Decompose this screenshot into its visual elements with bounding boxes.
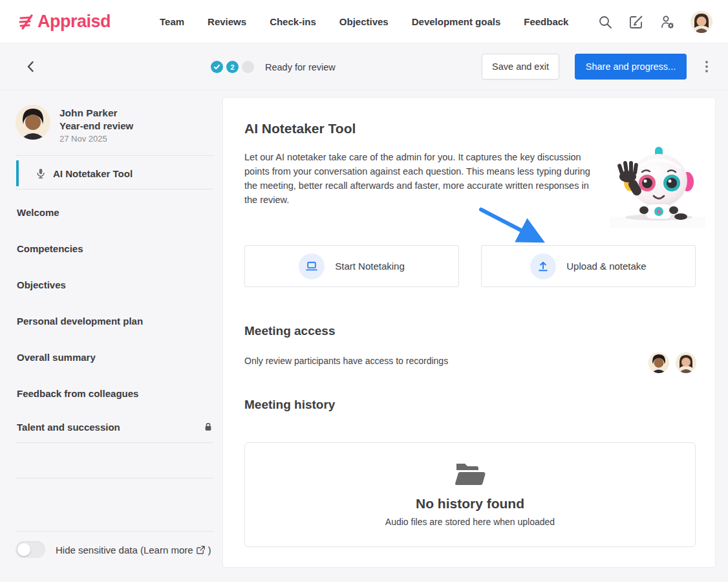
- more-options-icon[interactable]: [702, 59, 711, 74]
- toggle-label-text: Hide sensitive data (Learn more: [56, 544, 193, 555]
- app-screen: Appraisd Team Reviews Check-ins Objectiv…: [0, 0, 728, 582]
- nav-item-team[interactable]: Team: [160, 16, 184, 27]
- check-icon: [213, 63, 220, 70]
- sidebar-divider: [16, 478, 213, 479]
- open-folder-icon: [455, 462, 486, 487]
- sidebar-divider: [16, 531, 213, 532]
- user-settings-icon[interactable]: [659, 14, 675, 30]
- sidebar-item-label: Objectives: [17, 279, 66, 290]
- panel-title: AI Notetaker Tool: [244, 121, 356, 136]
- annotation-arrow: [476, 205, 549, 246]
- reviewee-avatar: [16, 105, 50, 140]
- review-toolbar: 2 Ready for review Save and exit Share a…: [0, 43, 728, 91]
- sidebar-item-personal-development-plan[interactable]: Personal development plan: [17, 314, 213, 328]
- reviewee-name: John Parker: [59, 107, 133, 120]
- progress-steps: 2 Ready for review: [211, 43, 336, 91]
- start-notetaking-label: Start Notetaking: [335, 261, 405, 272]
- appraisd-logo-icon: [18, 14, 35, 30]
- robot-mascot-image: [608, 144, 707, 228]
- reviewee-profile: John Parker Year-end review 27 Nov 2025: [16, 105, 133, 145]
- meeting-access-participants: [648, 352, 696, 373]
- review-type: Year-end review: [59, 120, 133, 133]
- nav-item-objectives[interactable]: Objectives: [339, 16, 389, 27]
- upload-icon: [530, 253, 556, 279]
- active-item-indicator: [16, 160, 19, 186]
- appraisd-logo[interactable]: Appraisd: [18, 0, 111, 43]
- review-date: 27 Nov 2025: [59, 133, 133, 145]
- ai-notetaker-panel: AI Notetaker Tool Let our AI notetaker t…: [222, 97, 716, 568]
- sidebar-item-objectives[interactable]: Objectives: [17, 277, 213, 292]
- step-3-todo[interactable]: [242, 61, 254, 73]
- meeting-access-title: Meeting access: [244, 324, 335, 338]
- nav-item-development-goals[interactable]: Development goals: [412, 16, 501, 27]
- sidebar-item-label: Feedback from colleagues: [17, 388, 138, 399]
- step-1-complete[interactable]: [211, 61, 223, 73]
- navbar-icon-group: [597, 0, 712, 43]
- sidebar-divider: [16, 442, 213, 443]
- brand-name: Appraisd: [37, 12, 111, 32]
- nav-item-feedback[interactable]: Feedback: [524, 16, 568, 27]
- meeting-history-empty-state: No history found Audio files are stored …: [244, 442, 696, 547]
- share-and-progress-button[interactable]: Share and progress...: [575, 54, 687, 80]
- sidebar-divider: [16, 189, 213, 189]
- sidebar-item-label: Welcome: [17, 207, 59, 218]
- save-and-exit-button[interactable]: Save and exit: [482, 54, 559, 80]
- sidebar-item-label: Talent and succession: [17, 422, 120, 433]
- laptop-icon: [299, 253, 325, 279]
- upload-and-notetake-button[interactable]: Upload & notetake: [481, 245, 696, 287]
- participant-avatar-john: [648, 352, 669, 373]
- lock-icon: [203, 422, 213, 432]
- step-2-current[interactable]: 2: [226, 61, 239, 73]
- review-status-label: Ready for review: [265, 62, 336, 72]
- primary-nav: Team Reviews Check-ins Objectives Develo…: [160, 0, 568, 43]
- search-icon[interactable]: [597, 14, 613, 30]
- back-chevron-icon[interactable]: [23, 59, 39, 74]
- sidebar-item-competencies[interactable]: Competencies: [17, 241, 213, 255]
- compose-icon[interactable]: [628, 14, 644, 30]
- top-navbar: Appraisd Team Reviews Check-ins Objectiv…: [0, 0, 728, 43]
- sidebar-item-label: Personal development plan: [17, 316, 143, 327]
- sidebar-item-welcome[interactable]: Welcome: [17, 205, 213, 219]
- participant-avatar-jenny: [676, 352, 696, 373]
- reviewee-texts: John Parker Year-end review 27 Nov 2025: [59, 105, 133, 145]
- panel-description: Let our AI notetaker take care of the ad…: [244, 150, 600, 207]
- hide-sensitive-data-label: Hide sensitive data (Learn more ): [56, 544, 211, 555]
- no-history-description: Audio files are stored here when uploade…: [385, 517, 555, 527]
- sidebar-item-overall-summary[interactable]: Overall summary: [17, 350, 213, 364]
- review-sidebar: John Parker Year-end review 27 Nov 2025 …: [0, 91, 222, 582]
- current-user-avatar[interactable]: [691, 11, 712, 33]
- nav-item-checkins[interactable]: Check-ins: [270, 16, 316, 27]
- sidebar-item-label: Overall summary: [17, 352, 96, 363]
- sidebar-item-label: Competencies: [17, 243, 83, 254]
- meeting-access-description: Only review participants have access to …: [244, 356, 448, 366]
- nav-item-reviews[interactable]: Reviews: [208, 16, 246, 27]
- active-item-label: AI Notetaker Tool: [53, 168, 133, 179]
- external-link-icon[interactable]: [196, 545, 206, 555]
- toggle-knob: [17, 543, 30, 556]
- upload-and-notetake-label: Upload & notetake: [566, 261, 646, 272]
- microphone-icon: [35, 167, 47, 179]
- toggle-label-suffix: ): [208, 544, 211, 555]
- sidebar-divider: [16, 155, 213, 156]
- meeting-history-title: Meeting history: [244, 398, 335, 412]
- no-history-title: No history found: [416, 496, 524, 512]
- sidebar-item-feedback-from-colleagues[interactable]: Feedback from colleagues: [17, 386, 213, 400]
- sidebar-item-talent-and-succession[interactable]: Talent and succession: [17, 420, 213, 434]
- start-notetaking-button[interactable]: Start Notetaking: [244, 245, 459, 287]
- sidebar-item-ai-notetaker[interactable]: AI Notetaker Tool: [0, 159, 222, 188]
- hide-sensitive-data-toggle[interactable]: [16, 541, 45, 558]
- hide-sensitive-data-row: Hide sensitive data (Learn more ): [16, 541, 211, 558]
